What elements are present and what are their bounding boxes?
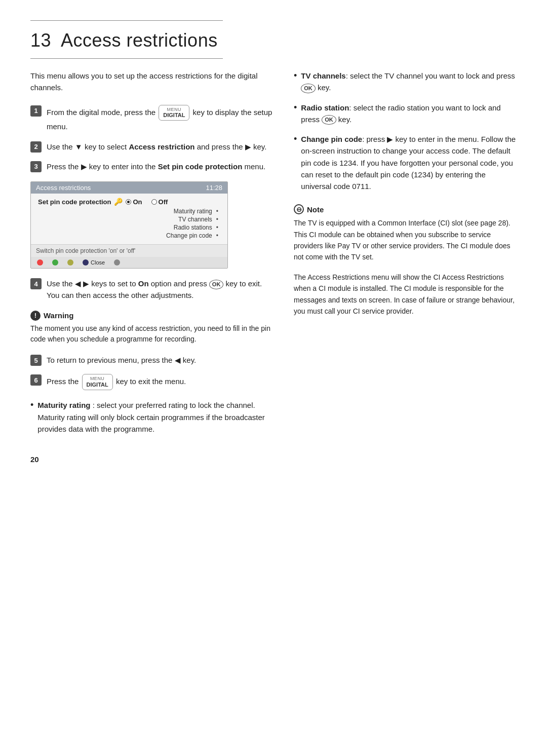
osd-buttons: Close (31, 257, 227, 268)
grey-dot (114, 259, 120, 266)
step-3: 3 Press the ▶ key to enter into the Set … (30, 161, 274, 172)
osd-title: Access restrictions (36, 184, 91, 192)
step-5-number: 5 (30, 355, 42, 366)
menu-label: MENU (167, 107, 182, 112)
osd-screen: Access restrictions 11:28 Set pin code p… (30, 181, 228, 269)
maturity-text: Maturity rating : select your preferred … (37, 399, 274, 435)
step-3-number: 3 (30, 161, 42, 172)
osd-on-label: On (126, 198, 142, 206)
tv-channels-bullet: • TV channels: select the TV channel you… (294, 70, 517, 94)
osd-btn-yellow (67, 259, 73, 266)
osd-main-label: Set pin code protection (38, 198, 111, 206)
osd-btn-grey (114, 259, 120, 266)
bullet-dot-radio: • (294, 101, 297, 115)
note-paragraph-2: The Access Restrictions menu will show t… (294, 272, 517, 317)
step-3-text: Press the ▶ key to enter into the Set pi… (47, 161, 265, 172)
osd-body: Set pin code protection 🔑 On Off (31, 194, 227, 244)
warning-icon: ! (30, 311, 41, 321)
warning-title: ! Warning (30, 311, 274, 321)
digital-label: DIGITAL (163, 112, 185, 119)
osd-btn-blue: Close (83, 259, 105, 266)
red-dot (37, 259, 43, 266)
blue-dot (83, 259, 89, 266)
step-2-text: Use the ▼ key to select Access restricti… (47, 141, 266, 153)
two-column-layout: This menu allows you to set up the acces… (30, 70, 517, 464)
osd-btn-red (37, 259, 43, 266)
pin-icon: 🔑 (114, 198, 123, 206)
step-2: 2 Use the ▼ key to select Access restric… (30, 141, 274, 153)
osd-footer-text: Switch pin code protection 'on' or 'off' (31, 244, 227, 257)
osd-off-label: Off (151, 198, 168, 206)
bullet-dot: • (30, 398, 33, 412)
step-6: 6 Press the MENU DIGITAL key to exit the… (30, 374, 274, 390)
osd-btn-green (52, 259, 58, 266)
ok-key-radio: OK (322, 115, 336, 125)
step-5-text: To return to previous menu, press the ◀ … (47, 354, 196, 366)
step-1: 1 From the digital mode, press the MENU … (30, 105, 274, 133)
step-6-number: 6 (30, 374, 42, 386)
bottom-rule (30, 58, 223, 59)
note-title: ⊖ Note (294, 204, 517, 214)
green-dot (52, 259, 58, 266)
osd-header: Access restrictions 11:28 (31, 182, 227, 194)
warning-box: ! Warning The moment you use any kind of… (30, 311, 274, 345)
top-rule (30, 20, 223, 21)
osd-menu-rows: Maturity rating • TV channels • Radio st… (38, 208, 220, 239)
osd-main-row: Set pin code protection 🔑 On Off (38, 198, 220, 206)
note-icon: ⊖ (294, 204, 304, 214)
ok-key-tv: OK (301, 84, 316, 93)
menu-label-2: MENU (90, 376, 105, 382)
bullet-dot-pin: • (294, 132, 297, 146)
left-column: This menu allows you to set up the acces… (30, 70, 274, 464)
osd-row-maturity: Maturity rating • (38, 208, 220, 215)
intro-text: This menu allows you to set up the acces… (30, 70, 274, 94)
step-4-number: 4 (30, 278, 42, 289)
step-2-number: 2 (30, 141, 42, 153)
step-6-text: Press the MENU DIGITAL key to exit the m… (47, 374, 186, 390)
step-1-number: 1 (30, 105, 42, 117)
step-1-text: From the digital mode, press the MENU DI… (47, 105, 274, 133)
note-paragraph-1: The TV is equipped with a Common Interfa… (294, 217, 517, 263)
osd-row-tv: TV channels • (38, 216, 220, 223)
change-pin-bullet: • Change pin code: press ▶ key to enter … (294, 133, 517, 192)
maturity-bullet: • Maturity rating : select your preferre… (30, 399, 274, 435)
osd-time: 11:28 (206, 184, 222, 192)
page-number: 20 (30, 455, 274, 464)
page-title: 13 Access restrictions (30, 30, 517, 51)
warning-text: The moment you use any kind of access re… (30, 323, 274, 345)
warning-label: Warning (44, 311, 73, 320)
change-pin-text: Change pin code: press ▶ key to enter in… (301, 133, 517, 192)
off-radio (151, 199, 157, 205)
radio-station-text: Radio station: select the radio station … (301, 102, 517, 126)
bullet-dot-tv: • (294, 69, 297, 83)
right-column: • TV channels: select the TV channel you… (294, 70, 517, 464)
ok-key: OK (209, 280, 224, 289)
note-box: ⊖ Note The TV is equipped with a Common … (294, 204, 517, 317)
step-4-text: Use the ◀ ▶ keys to set to On option and… (47, 278, 274, 301)
digital-label-2: DIGITAL (87, 382, 108, 388)
step-4: 4 Use the ◀ ▶ keys to set to On option a… (30, 278, 274, 301)
page-container: 13 Access restrictions This menu allows … (30, 20, 517, 464)
note-label: Note (307, 205, 324, 214)
osd-row-pin: Change pin code • (38, 232, 220, 239)
step-5: 5 To return to previous menu, press the … (30, 354, 274, 366)
on-radio (126, 199, 131, 205)
osd-row-radio: Radio stations • (38, 224, 220, 231)
digital-button-icon: MENU DIGITAL (159, 105, 189, 121)
tv-channels-text: TV channels: select the TV channel you w… (301, 70, 517, 94)
yellow-dot (67, 259, 73, 266)
radio-station-bullet: • Radio station: select the radio statio… (294, 102, 517, 126)
digital-button-icon-2: MENU DIGITAL (82, 374, 113, 390)
